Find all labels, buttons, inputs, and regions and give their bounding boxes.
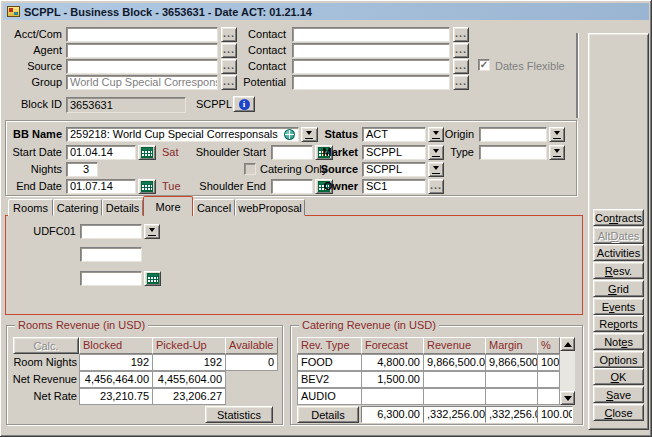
- bb-name-field[interactable]: 259218: World Cup Special Corresponsals: [66, 127, 299, 142]
- acct-com-field[interactable]: [66, 27, 218, 42]
- catering-col-forecast: Forecast: [361, 337, 424, 354]
- catering-only-checkbox[interactable]: [244, 163, 256, 175]
- contact2-lookup-button[interactable]: ...: [453, 43, 469, 58]
- tab-webproposal[interactable]: webProposal: [235, 199, 305, 216]
- acct-com-lookup-button[interactable]: ...: [221, 27, 237, 42]
- sidebar-button-resv[interactable]: Resv.: [593, 262, 644, 279]
- calc-button[interactable]: Calc.: [13, 337, 79, 354]
- titlebar[interactable]: SCPPL - Business Block - 3653631 - Date …: [3, 3, 649, 20]
- sidebar-button-close[interactable]: Close: [593, 404, 644, 421]
- catering-forecast[interactable]: 1,500.00: [361, 371, 424, 388]
- start-date-calendar-button[interactable]: [138, 145, 156, 160]
- source-lookup-button[interactable]: ...: [221, 59, 237, 74]
- catering-revenue[interactable]: [423, 371, 486, 388]
- agent-field[interactable]: [66, 43, 218, 58]
- catering-margin[interactable]: 9,866,500.00: [485, 354, 538, 371]
- source2-field[interactable]: SCPPL: [362, 162, 426, 177]
- udfc01-dropdown-button[interactable]: [144, 224, 160, 239]
- net-revenue-blocked[interactable]: 4,456,464.00: [79, 371, 153, 388]
- udf-field-2[interactable]: [80, 247, 142, 262]
- type-dropdown-button[interactable]: [549, 145, 565, 160]
- room-nights-picked-up[interactable]: 192: [152, 354, 226, 371]
- contact1-label: Contact: [238, 27, 286, 42]
- tab-rooms[interactable]: Rooms: [8, 199, 53, 216]
- source-dropdown-button[interactable]: [428, 162, 444, 177]
- tab-details[interactable]: Details: [102, 199, 143, 216]
- catering-pct[interactable]: 100: [537, 354, 560, 371]
- catering-col-revenue: Revenue: [423, 337, 486, 354]
- sidebar-button-reports[interactable]: Reports: [593, 315, 644, 332]
- origin-dropdown-button[interactable]: [549, 127, 565, 142]
- catering-revenue[interactable]: 9,866,500.00: [423, 354, 486, 371]
- group-field[interactable]: World Cup Special Corresponsals: [66, 75, 218, 90]
- catering-pct[interactable]: [537, 388, 560, 405]
- details-button[interactable]: Details: [297, 406, 359, 423]
- catering-forecast[interactable]: [361, 388, 424, 405]
- bb-name-label: BB Name: [0, 127, 62, 142]
- arrow-down-icon: [564, 396, 572, 405]
- scroll-down-button[interactable]: [560, 391, 575, 405]
- contact1-lookup-button[interactable]: ...: [453, 27, 469, 42]
- catering-forecast[interactable]: 4,800.00: [361, 354, 424, 371]
- sidebar-button-ok[interactable]: OK: [593, 368, 644, 385]
- catering-margin[interactable]: [485, 388, 538, 405]
- sidebar-button-contracts[interactable]: Contracts: [593, 209, 644, 226]
- end-date-field[interactable]: 01.07.14: [66, 179, 136, 194]
- udf-field-3[interactable]: [80, 271, 142, 286]
- net-rate-blocked[interactable]: 23,210.75: [79, 388, 153, 405]
- potential-lookup-button[interactable]: ...: [453, 75, 469, 90]
- end-date-calendar-button[interactable]: [138, 179, 156, 194]
- sidebar-button-save[interactable]: Save: [593, 386, 644, 403]
- scroll-up-button[interactable]: [560, 337, 575, 351]
- udfc01-field[interactable]: [80, 224, 142, 239]
- catering-rev-type[interactable]: AUDIO: [297, 388, 362, 405]
- sidebar-button-alt-dates[interactable]: Alt Dates: [593, 227, 644, 244]
- shoulder-start-field[interactable]: [271, 145, 313, 160]
- owner-lookup-button[interactable]: ...: [428, 179, 444, 194]
- market-field[interactable]: SCPPL: [362, 145, 426, 160]
- dates-flexible-checkbox[interactable]: ✓: [478, 59, 490, 71]
- catering-margin[interactable]: [485, 371, 538, 388]
- room-nights-available[interactable]: 0: [225, 354, 278, 371]
- catering-rev-type[interactable]: FOOD: [297, 354, 362, 371]
- catering-rev-type[interactable]: BEV2: [297, 371, 362, 388]
- type-field[interactable]: [479, 145, 547, 160]
- source-field[interactable]: [66, 59, 218, 74]
- sidebar-button-options[interactable]: Options: [593, 351, 644, 368]
- origin-field[interactable]: [479, 127, 547, 142]
- catering-scrollbar[interactable]: [560, 337, 575, 405]
- group-lookup-button[interactable]: ...: [221, 75, 237, 90]
- net-rate-picked-up[interactable]: 23,206.27: [152, 388, 226, 405]
- property-info-button[interactable]: [233, 96, 255, 112]
- owner-field[interactable]: SC1: [362, 179, 426, 194]
- agent-lookup-button[interactable]: ...: [221, 43, 237, 58]
- tab-catering[interactable]: Catering: [53, 199, 102, 216]
- contact3-lookup-button[interactable]: ...: [453, 59, 469, 74]
- net-revenue-picked-up[interactable]: 4,455,604.00: [152, 371, 226, 388]
- tab-more[interactable]: More: [143, 196, 193, 216]
- nights-field[interactable]: 3: [66, 162, 98, 177]
- catering-revenue[interactable]: [423, 388, 486, 405]
- tab-cancel[interactable]: Cancel: [193, 199, 235, 216]
- sidebar-button-notes[interactable]: Notes: [593, 333, 644, 350]
- sidebar-button-events[interactable]: Events: [593, 298, 644, 315]
- shoulder-end-field[interactable]: [271, 179, 313, 194]
- catering-pct[interactable]: [537, 371, 560, 388]
- sidebar-button-activities[interactable]: Activities: [593, 244, 644, 261]
- rooms-revenue-groupbox: Rooms Revenue (in USD) Calc. Blocked Pic…: [6, 325, 283, 425]
- owner-label: Owner: [318, 179, 358, 194]
- contact3-field[interactable]: [292, 59, 450, 74]
- start-date-field[interactable]: 01.04.14: [66, 145, 136, 160]
- statistics-button[interactable]: Statistics: [205, 406, 273, 423]
- dropdown-icon: [432, 149, 441, 157]
- bb-name-dropdown-button[interactable]: [301, 127, 318, 142]
- status-field[interactable]: ACT: [362, 127, 426, 142]
- room-nights-blocked[interactable]: 192: [79, 354, 153, 371]
- potential-field[interactable]: [292, 75, 450, 90]
- dropdown-icon: [553, 131, 562, 139]
- contact2-field[interactable]: [292, 43, 450, 58]
- contact1-field[interactable]: [292, 27, 450, 42]
- udfc01-label: UDFC01: [28, 224, 76, 239]
- udf-date-calendar-button[interactable]: [144, 271, 161, 286]
- sidebar-button-grid[interactable]: Grid: [593, 280, 644, 297]
